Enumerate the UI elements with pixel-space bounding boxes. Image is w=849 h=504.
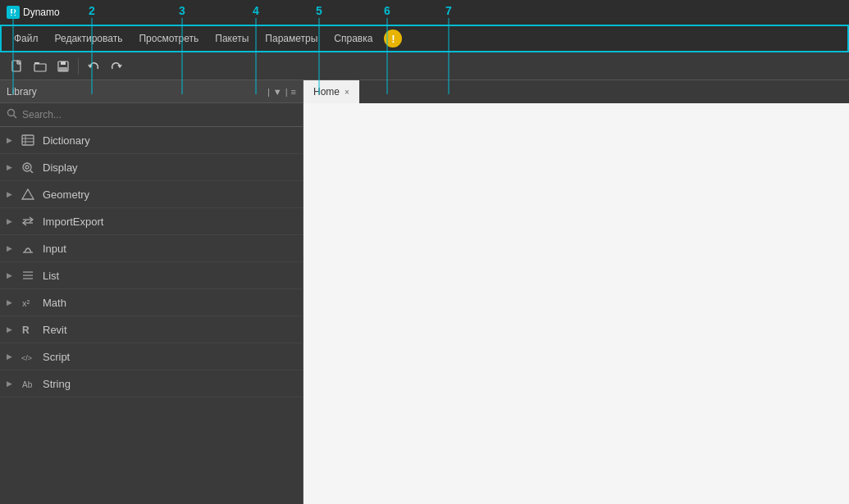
tab-home-label: Home [313, 86, 340, 98]
search-icon [7, 108, 17, 121]
svg-rect-19 [34, 64, 46, 71]
svg-marker-32 [22, 189, 34, 199]
menu-help[interactable]: Справка [326, 30, 381, 48]
svg-point-29 [23, 163, 31, 171]
list-item[interactable]: ▶ ImportExport [0, 208, 303, 235]
undo-icon [87, 60, 100, 73]
svg-line-24 [14, 116, 17, 119]
svg-text:x²: x² [22, 298, 30, 308]
sort-icon[interactable]: ▼ [273, 87, 282, 97]
menu-bar: Файл Редактировать Просмотреть Пакеты Па… [2, 27, 847, 50]
list-item[interactable]: ▶ Input [0, 235, 303, 262]
save-icon [57, 60, 70, 73]
input-icon [20, 240, 36, 257]
geometry-label: Geometry [43, 188, 89, 201]
svg-rect-21 [61, 61, 66, 65]
menu-file[interactable]: Файл [6, 30, 47, 48]
svg-point-23 [8, 110, 15, 116]
math-icon: x² [20, 294, 36, 311]
canvas-area[interactable] [304, 103, 849, 504]
display-icon [20, 159, 36, 175]
content-area: Home × [304, 80, 849, 504]
undo-button[interactable] [83, 56, 104, 77]
list-item[interactable]: ▶ List [0, 262, 303, 289]
list-view-icon[interactable]: ≡ [291, 87, 296, 97]
toolbar [0, 52, 849, 80]
input-label: Input [43, 243, 66, 255]
revit-label: Revit [43, 324, 67, 336]
svg-rect-25 [22, 135, 34, 145]
expand-arrow-icon: ▶ [7, 136, 13, 144]
search-input[interactable] [22, 109, 296, 120]
list-item[interactable]: ▶ Dictionary [0, 127, 303, 154]
list-item[interactable]: ▶ Geometry [0, 181, 303, 208]
expand-arrow-icon: ▶ [7, 217, 13, 225]
svg-line-31 [30, 170, 33, 173]
menu-settings[interactable]: Параметры [257, 30, 326, 48]
geometry-icon [20, 186, 36, 202]
open-button[interactable] [30, 56, 51, 77]
list-item[interactable]: ▶ Display [0, 154, 303, 181]
main-layout: Library | ▼ | ≡ ▶ [0, 80, 849, 504]
svg-text:R: R [22, 325, 30, 335]
script-label: Script [43, 351, 70, 363]
revit-item-icon: R [20, 321, 36, 338]
app-logo: R Dynamo [7, 6, 60, 19]
menu-edit[interactable]: Редактировать [47, 30, 131, 48]
list-label: List [43, 270, 59, 282]
display-label: Display [43, 161, 78, 174]
string-label: String [43, 378, 71, 390]
svg-text:Ab: Ab [22, 380, 33, 389]
redo-icon [110, 60, 123, 73]
redo-button[interactable] [106, 56, 127, 77]
expand-arrow-icon: ▶ [7, 271, 13, 279]
list-icon [20, 267, 36, 284]
library-items: ▶ Dictionary ▶ [0, 127, 303, 504]
title-bar: R Dynamo [0, 0, 849, 25]
open-icon [34, 60, 47, 73]
save-button[interactable] [52, 56, 74, 77]
svg-text:</>: </> [21, 354, 32, 362]
new-icon [11, 60, 24, 73]
importexport-icon [20, 213, 36, 229]
new-button[interactable] [7, 56, 28, 77]
expand-arrow-icon: ▶ [7, 190, 13, 198]
library-panel: Library | ▼ | ≡ ▶ [0, 80, 304, 504]
svg-rect-22 [59, 67, 67, 71]
expand-arrow-icon: ▶ [7, 244, 13, 252]
string-icon: Ab [20, 375, 36, 392]
revit-logo-icon: R [7, 6, 20, 19]
library-icons: | ▼ | ≡ [267, 87, 296, 97]
menu-view[interactable]: Просмотреть [130, 30, 207, 48]
tab-close-icon[interactable]: × [345, 88, 349, 97]
filter-icon[interactable]: | [267, 87, 270, 97]
tab-bar: Home × [304, 80, 849, 103]
list-item[interactable]: ▶ x² Math [0, 289, 303, 316]
expand-arrow-icon: ▶ [7, 352, 13, 361]
library-header: Library | ▼ | ≡ [0, 80, 303, 103]
alert-button[interactable]: ! [384, 30, 402, 48]
expand-arrow-icon: ▶ [7, 325, 13, 334]
dictionary-icon [20, 132, 36, 148]
expand-arrow-icon: ▶ [7, 163, 13, 171]
menu-packages[interactable]: Пакеты [207, 30, 257, 48]
search-bar [0, 103, 303, 127]
app-title: Dynamo [23, 7, 60, 18]
importexport-label: ImportExport [43, 216, 103, 228]
math-label: Math [43, 297, 66, 309]
library-title: Library [7, 86, 267, 98]
toolbar-separator-1 [78, 58, 79, 75]
menu-bar-container: Файл Редактировать Просмотреть Пакеты Па… [0, 25, 849, 52]
expand-arrow-icon: ▶ [7, 379, 13, 388]
tab-home[interactable]: Home × [304, 80, 359, 103]
svg-point-30 [25, 166, 29, 169]
script-icon: </> [20, 348, 36, 365]
list-item[interactable]: ▶ Ab String [0, 370, 303, 397]
list-item[interactable]: ▶ R Revit [0, 316, 303, 343]
list-item[interactable]: ▶ </> Script [0, 343, 303, 370]
view-icon[interactable]: | [285, 87, 288, 97]
expand-arrow-icon: ▶ [7, 298, 13, 306]
dictionary-label: Dictionary [43, 134, 90, 147]
